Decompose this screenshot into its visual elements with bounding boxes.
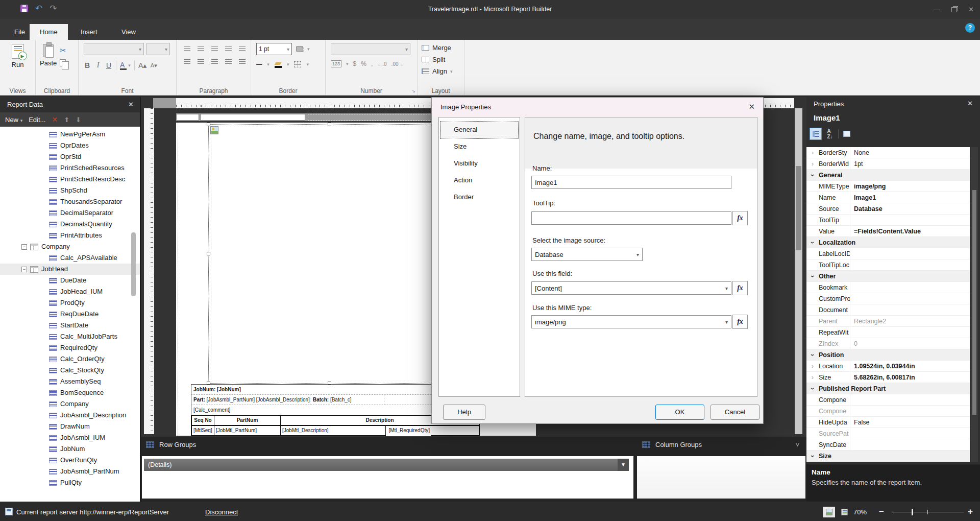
tree-item[interactable]: − Calc_APSAvailable	[0, 252, 140, 264]
zoom-out-icon[interactable]: −	[879, 503, 884, 520]
help-button[interactable]: Help	[443, 405, 485, 420]
categorized-view-icon[interactable]	[810, 128, 822, 140]
merge-button[interactable]: Merge	[422, 42, 464, 54]
name-input[interactable]	[531, 176, 731, 189]
number-format-icon[interactable]: 123	[331, 60, 341, 67]
align-center-icon[interactable]	[195, 57, 206, 66]
shrink-font-icon[interactable]: A▾	[150, 62, 157, 69]
details-group-item[interactable]: (Details) ▼	[144, 459, 629, 471]
tree-item[interactable]: − DecimalsQuantity	[0, 219, 140, 230]
tree-item[interactable]: − DecimalSeparator	[0, 207, 140, 219]
property-row[interactable]: MIMEType image/png	[806, 181, 970, 192]
tree-item[interactable]: − JobAsmbl_IUM	[0, 432, 140, 443]
help-icon[interactable]: ?	[965, 23, 975, 33]
tree-item[interactable]: − JobAsmbl_Description	[0, 410, 140, 421]
align-button[interactable]: Align▾	[422, 65, 464, 77]
delete-icon[interactable]: ✕	[52, 115, 58, 124]
batch-textbox[interactable]: Batch: [Batch_c]	[310, 395, 352, 405]
property-row[interactable]: Document	[806, 304, 970, 316]
tooltip-input[interactable]	[531, 211, 731, 225]
percent-icon[interactable]: %	[361, 60, 366, 67]
mime-fx-button[interactable]: fx	[732, 315, 748, 329]
close-icon[interactable]: ✕	[968, 6, 974, 13]
zoom-slider-thumb[interactable]	[912, 509, 913, 515]
decrease-indent-icon[interactable]	[224, 44, 234, 53]
align-left-icon[interactable]	[182, 57, 192, 66]
font-size-combo[interactable]: ▾	[146, 43, 170, 55]
zoom-slider-track[interactable]	[892, 512, 964, 512]
property-pages-icon[interactable]	[841, 128, 853, 140]
properties-close-icon[interactable]: ✕	[967, 100, 973, 107]
property-row[interactable]: Compone	[806, 406, 970, 417]
decrease-decimal-icon[interactable]: ←.0	[377, 61, 386, 67]
tree-item[interactable]: − ReqDueDate	[0, 309, 140, 320]
bold-icon[interactable]: B	[84, 61, 91, 69]
property-row[interactable]: General	[806, 170, 970, 181]
tree-item[interactable]: − Calc_StockQty	[0, 365, 140, 376]
restore-icon[interactable]	[951, 7, 957, 12]
use-field-dropdown[interactable]: [Content]▾	[531, 281, 731, 295]
dialog-nav-item[interactable]: Visibility	[440, 155, 518, 172]
tree-item[interactable]: − OverRunQty	[0, 455, 140, 466]
cancel-button[interactable]: Cancel	[710, 405, 760, 420]
tree-item[interactable]: − JobHead	[0, 264, 140, 275]
tree-item[interactable]: − StartDate	[0, 320, 140, 331]
border-color-icon[interactable]	[275, 66, 282, 68]
tree-item[interactable]: − OprDates	[0, 140, 140, 151]
ok-button[interactable]: OK	[655, 405, 704, 420]
property-row[interactable]: ToolTip	[806, 215, 970, 226]
fill-color-icon[interactable]	[296, 46, 303, 52]
property-row[interactable]: ZIndex 0	[806, 338, 970, 349]
property-row[interactable]: LabelLocID	[806, 248, 970, 259]
tree-item[interactable]: − DueDate	[0, 275, 140, 286]
property-row[interactable]: RepeatWit	[806, 327, 970, 338]
edit-button[interactable]: Edit...	[29, 116, 45, 124]
property-row[interactable]: Value =Fields!Content.Value	[806, 226, 970, 237]
run-view-icon[interactable]	[838, 507, 850, 517]
tree-item[interactable]: − Company	[0, 398, 140, 410]
increase-indent-icon[interactable]	[237, 44, 248, 53]
dialog-nav-item[interactable]: General	[440, 122, 518, 138]
tree-item[interactable]: − BomSequence	[0, 387, 140, 398]
tab-home[interactable]: Home	[30, 24, 68, 40]
tree-item[interactable]: − AssemblySeq	[0, 376, 140, 387]
numbering-icon[interactable]	[237, 57, 248, 66]
number-format-combo[interactable]: ▾	[331, 43, 410, 55]
align-middle-icon[interactable]	[195, 44, 206, 53]
property-row[interactable]: Position	[806, 349, 970, 361]
move-up-icon[interactable]: ⬆	[64, 116, 69, 124]
dialog-close-icon[interactable]: ✕	[748, 102, 755, 111]
property-row[interactable]: Size 5.68262in, 6.00817in	[806, 372, 970, 383]
thousands-icon[interactable]: ,	[371, 60, 373, 67]
cut-icon[interactable]: ✂	[60, 46, 66, 55]
tree-item[interactable]: − Calc_MultiJobParts	[0, 331, 140, 342]
property-row[interactable]: SyncDate	[806, 439, 970, 451]
expander-icon[interactable]: −	[21, 267, 27, 272]
property-row[interactable]: Source Database	[806, 203, 970, 215]
tree-item[interactable]: − OprStd	[0, 151, 140, 162]
move-down-icon[interactable]: ⬇	[76, 116, 81, 124]
tab-view[interactable]: View	[111, 24, 146, 40]
tree-item[interactable]: − JobHead_IUM	[0, 286, 140, 297]
border-line-style-icon[interactable]: ─	[256, 60, 262, 69]
property-row[interactable]: Published Report Part	[806, 383, 970, 394]
dialog-title[interactable]: Image Properties	[432, 98, 763, 117]
property-row[interactable]: CustomPro	[806, 293, 970, 304]
alphabetical-sort-icon[interactable]: AZ↓	[824, 128, 836, 140]
dialog-nav-item[interactable]: Border	[440, 189, 518, 206]
property-row[interactable]: Name Image1	[806, 192, 970, 203]
tree-item[interactable]: − JobAsmbl_PartNum	[0, 466, 140, 477]
run-button[interactable]: ▶ Run	[0, 41, 35, 68]
selection-handle[interactable]	[328, 123, 331, 126]
tree-item[interactable]: − ProdQty	[0, 297, 140, 309]
property-row[interactable]: Bookmark	[806, 282, 970, 293]
zoom-in-icon[interactable]: +	[968, 503, 973, 520]
property-row[interactable]: BorderWid 1pt	[806, 158, 970, 170]
currency-icon[interactable]: $	[353, 60, 357, 67]
underline-icon[interactable]: U	[105, 61, 112, 69]
border-width-combo[interactable]: 1 pt▾	[256, 43, 292, 55]
tab-insert[interactable]: Insert	[70, 24, 108, 40]
font-family-combo[interactable]: ▾	[84, 43, 144, 55]
tree-item[interactable]: − Company	[0, 241, 140, 252]
expander-icon[interactable]: −	[21, 244, 27, 250]
